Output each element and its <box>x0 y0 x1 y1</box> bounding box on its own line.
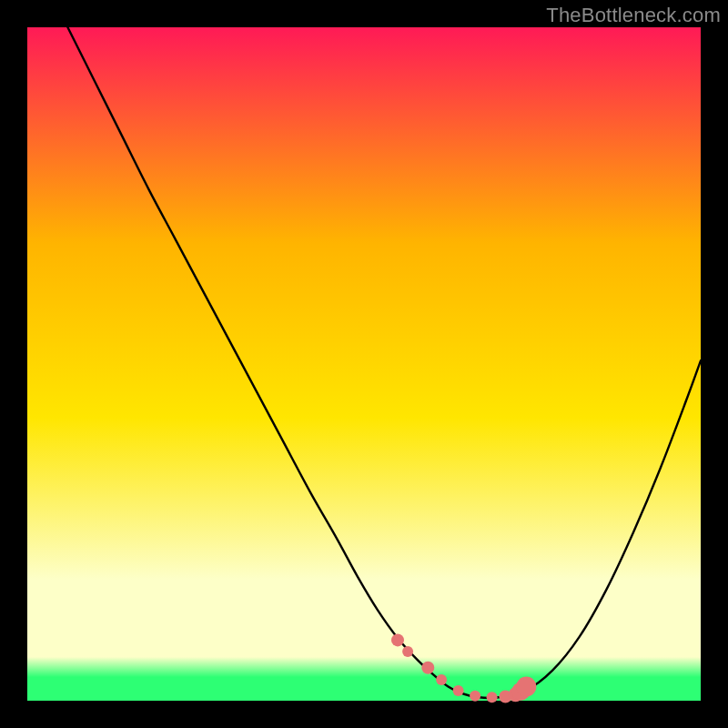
optimal-marker <box>487 692 498 703</box>
optimal-marker <box>453 685 464 696</box>
optimal-marker <box>436 674 447 685</box>
optimal-marker <box>470 691 480 702</box>
bottleneck-plot <box>27 27 701 701</box>
watermark-text: TheBottleneck.com <box>546 4 721 27</box>
optimal-marker <box>391 633 404 646</box>
optimal-marker <box>516 676 536 696</box>
optimal-marker <box>421 662 434 674</box>
chart-stage: TheBottleneck.com <box>0 0 728 728</box>
bottleneck-curve <box>67 27 701 698</box>
optimal-zone-markers <box>391 633 536 703</box>
optimal-marker <box>402 646 413 657</box>
